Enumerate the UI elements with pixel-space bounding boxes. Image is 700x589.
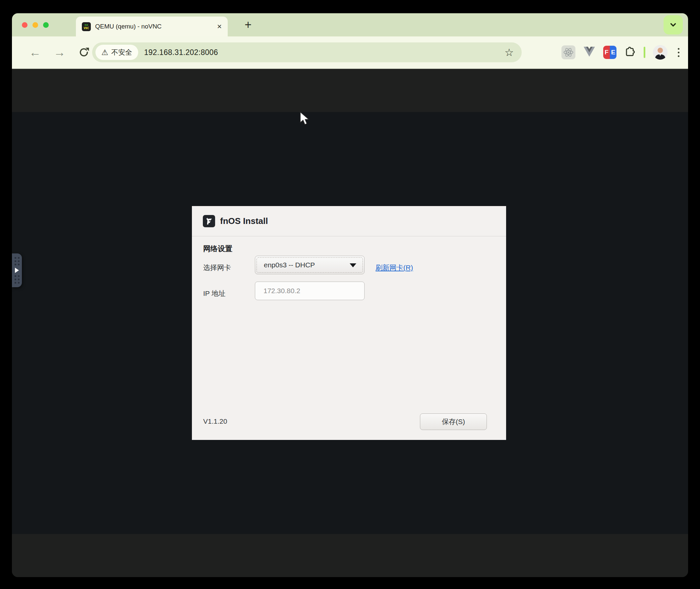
novnc-favicon-icon: no VNC <box>82 22 91 31</box>
vue-devtools-extension-icon[interactable] <box>583 46 596 59</box>
reload-icon <box>78 47 90 58</box>
close-window-button[interactable] <box>22 22 27 28</box>
screenshot-stage: no VNC QEMU (qemu) - noVNC × + ← → <box>0 0 700 589</box>
zoom-window-button[interactable] <box>43 22 49 28</box>
fe-extension-icon[interactable]: F E <box>603 46 616 59</box>
dialog-title: fnOS Install <box>220 216 268 226</box>
save-button[interactable]: 保存(S) <box>420 413 487 430</box>
avatar-photo <box>653 45 668 60</box>
puzzle-piece-icon <box>624 46 636 58</box>
address-bar[interactable]: ⚠ 不安全 192.168.31.202:8006 ☆ <box>92 42 522 62</box>
nic-select-label: 选择网卡 <box>203 263 231 272</box>
close-tab-icon[interactable]: × <box>217 22 222 30</box>
network-settings-heading: 网络设置 <box>203 244 232 254</box>
forward-button[interactable]: → <box>54 36 65 68</box>
tab-search-button[interactable] <box>664 15 683 34</box>
expand-arrow-icon <box>15 268 19 273</box>
fnos-logo-icon <box>203 215 215 227</box>
security-chip[interactable]: ⚠ 不安全 <box>96 45 138 60</box>
fnos-install-dialog: fnOS Install 网络设置 选择网卡 enp0s3 -- DHCP 刷新… <box>192 206 506 440</box>
nic-select-dropdown[interactable]: enp0s3 -- DHCP <box>255 256 365 274</box>
atom-icon <box>562 46 574 58</box>
browser-menu-button[interactable] <box>675 48 682 57</box>
new-tab-button[interactable]: + <box>245 13 252 36</box>
dropdown-arrow-icon <box>350 263 356 267</box>
active-tab[interactable]: no VNC QEMU (qemu) - noVNC × <box>76 17 228 36</box>
react-devtools-extension-icon[interactable] <box>561 45 575 59</box>
novnc-page: fnOS Install 网络设置 选择网卡 enp0s3 -- DHCP 刷新… <box>12 69 688 577</box>
dialog-body: 网络设置 选择网卡 enp0s3 -- DHCP 刷新网卡(R) IP 地址 V… <box>192 236 506 439</box>
drag-dots-icon <box>15 275 20 283</box>
reload-button[interactable] <box>78 36 90 68</box>
tab-title: QEMU (qemu) - noVNC <box>95 23 213 30</box>
extension-bar: F E <box>561 36 682 68</box>
ip-address-label: IP 地址 <box>203 289 226 298</box>
bookmark-star-icon[interactable]: ☆ <box>505 47 514 58</box>
window-controls <box>22 13 49 36</box>
favicon-text-top: no <box>85 23 88 26</box>
minimize-window-button[interactable] <box>32 22 38 28</box>
security-chip-label: 不安全 <box>111 48 132 57</box>
dialog-header: fnOS Install <box>192 206 506 236</box>
chevron-down-icon <box>668 20 678 30</box>
toolbar-separator <box>644 47 645 58</box>
profile-avatar[interactable] <box>653 45 668 60</box>
drag-dots-icon <box>15 257 20 265</box>
browser-window: no VNC QEMU (qemu) - noVNC × + ← → <box>12 13 688 577</box>
mouse-cursor <box>298 111 311 129</box>
fe-icon-right: E <box>610 46 616 59</box>
url-text[interactable]: 192.168.31.202:8006 <box>144 48 218 57</box>
back-button[interactable]: ← <box>29 36 41 68</box>
favicon-text-bottom: VNC <box>84 26 89 30</box>
extensions-menu-button[interactable] <box>624 46 636 59</box>
nic-selected-value: enp0s3 -- DHCP <box>255 261 315 269</box>
novnc-control-bar-handle[interactable] <box>12 253 22 287</box>
installer-version: V1.1.20 <box>203 417 227 425</box>
ip-address-input[interactable] <box>255 281 365 300</box>
tab-strip: no VNC QEMU (qemu) - noVNC × + <box>12 13 688 36</box>
fe-icon-left: F <box>603 46 610 59</box>
browser-toolbar: ← → ⚠ 不安全 192.168.31.202:8006 ☆ <box>12 36 688 69</box>
refresh-nic-link[interactable]: 刷新网卡(R) <box>376 263 413 272</box>
warning-icon: ⚠ <box>102 49 108 56</box>
vue-logo-icon <box>583 46 596 57</box>
